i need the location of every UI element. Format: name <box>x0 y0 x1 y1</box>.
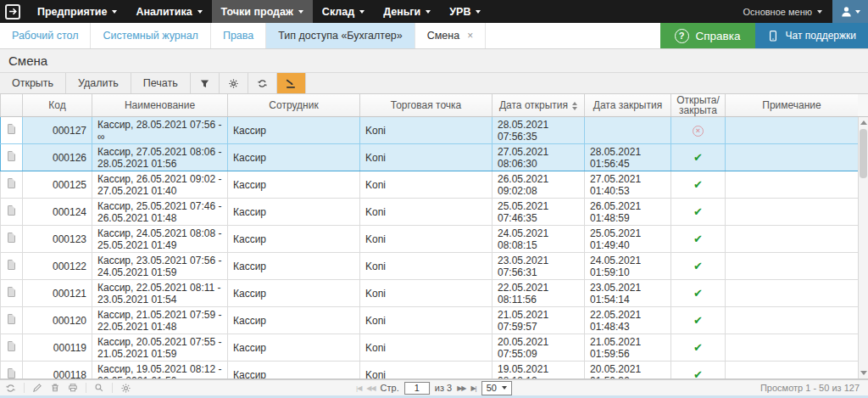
tab[interactable]: Системный журнал <box>91 23 210 48</box>
toolbar-button[interactable]: Печать <box>131 73 191 93</box>
prev-page-icon[interactable] <box>366 384 375 392</box>
support-chat-button[interactable]: Чат поддержки <box>755 23 868 48</box>
opened-line: 08:08:15 <box>498 239 579 251</box>
table-row[interactable]: 000125Кассир, 26.05.2021 09:02 -27.05.20… <box>1 171 859 199</box>
column-header[interactable]: Дата закрытия <box>585 94 671 117</box>
opened-cell: 19.05.202108:12:12 <box>492 362 585 380</box>
document-icon <box>8 260 15 270</box>
status-cell <box>671 253 726 280</box>
shift-closed-check-icon <box>693 178 703 191</box>
toolbar-button[interactable]: Удалить <box>66 73 131 93</box>
page-label: Стр. <box>381 383 399 393</box>
table-row[interactable]: 000126Кассир, 27.05.2021 08:06 -28.05.20… <box>1 144 859 171</box>
next-page-icon[interactable] <box>457 384 465 392</box>
vertical-scrollbar[interactable] <box>858 117 868 378</box>
column-header[interactable]: Открыта/закрыта <box>671 94 726 117</box>
employee-cell: Кассир <box>228 144 360 171</box>
page-total-label: из 3 <box>435 383 452 393</box>
scroll-down-arrow-icon[interactable] <box>860 371 867 375</box>
closed-cell: 27.05.202101:40:53 <box>585 171 671 199</box>
menu-item[interactable]: Склад <box>313 0 374 23</box>
column-header[interactable] <box>1 94 23 117</box>
topbar-right: Основное меню <box>733 0 868 23</box>
refresh-icon <box>257 78 268 89</box>
table-row[interactable]: 000119Кассир, 20.05.2021 07:55 -21.05.20… <box>1 334 859 362</box>
tab-bar: Рабочий столСистемный журналПраваТип дос… <box>0 23 868 49</box>
table-row[interactable]: 000127Кассир, 28.05.2021 07:56 -∞КассирK… <box>1 117 859 144</box>
shift-closed-check-icon <box>693 341 703 354</box>
closed-cell: 22.05.202101:48:43 <box>585 307 671 334</box>
caret-down-icon <box>298 10 303 14</box>
opened-line: 07:56:35 <box>498 131 579 143</box>
name-line: Кассир, 28.05.2021 07:56 - <box>97 119 222 131</box>
outlet-cell: Koni <box>360 253 492 280</box>
column-header-label: Сотрудник <box>269 99 318 111</box>
name-line: Кассир, 24.05.2021 08:08 - <box>97 227 222 239</box>
table-row[interactable]: 000118Кассир, 19.05.2021 08:12 -20.05.20… <box>1 362 859 380</box>
menu-item[interactable]: Деньги <box>374 0 440 23</box>
search-icon[interactable] <box>94 383 104 393</box>
column-header[interactable]: Дата открытия <box>492 94 585 117</box>
title-bar: Смена <box>0 49 868 72</box>
page-size-select[interactable]: 50 <box>481 381 512 395</box>
row-icon-cell <box>1 253 23 280</box>
settings-button[interactable] <box>220 73 248 93</box>
menu-item-label: Склад <box>322 6 354 18</box>
settings-icon[interactable] <box>120 383 131 394</box>
refresh-icon[interactable] <box>5 383 16 394</box>
caret-down-icon <box>359 10 364 14</box>
column-header[interactable]: Код <box>23 94 92 117</box>
filter-button[interactable] <box>191 73 220 93</box>
document-icon <box>8 368 15 378</box>
main-menu-dropdown[interactable]: Основное меню <box>733 7 832 17</box>
print-icon[interactable] <box>68 383 78 393</box>
delete-icon[interactable] <box>50 383 60 393</box>
closed-line: 01:59:10 <box>590 266 665 278</box>
refresh-button[interactable] <box>248 73 277 93</box>
column-header[interactable]: Наименование <box>92 94 228 117</box>
menu-item[interactable]: УРВ <box>440 0 490 23</box>
name-cell: Кассир, 26.05.2021 09:02 -27.05.2021 01:… <box>92 171 228 199</box>
menu-item[interactable]: Точки продаж <box>212 0 313 23</box>
outlet-cell: Koni <box>360 144 492 171</box>
user-menu-button[interactable] <box>832 0 868 23</box>
column-header[interactable]: Торговая точка <box>360 94 492 117</box>
note-cell <box>726 280 859 307</box>
help-button[interactable]: Справка <box>660 23 755 48</box>
name-cell: Кассир, 25.05.2021 07:46 -26.05.2021 01:… <box>92 199 228 226</box>
phone-icon <box>767 30 779 42</box>
table-row[interactable]: 000120Кассир, 21.05.2021 07:59 -22.05.20… <box>1 307 859 334</box>
tab[interactable]: Права <box>211 23 266 48</box>
table-row[interactable]: 000122Кассир, 23.05.2021 07:56 -24.05.20… <box>1 253 859 280</box>
scrollbar-thumb[interactable] <box>860 129 867 178</box>
last-page-icon[interactable] <box>470 384 476 392</box>
closed-line: 01:48:43 <box>590 321 665 333</box>
table-row[interactable]: 000121Кассир, 22.05.2021 08:11 -23.05.20… <box>1 280 859 307</box>
status-cell <box>671 307 726 334</box>
menu-item[interactable]: Предприятие <box>28 0 126 23</box>
scroll-up-arrow-icon[interactable] <box>860 121 867 125</box>
app-logo-icon[interactable] <box>5 4 20 20</box>
opened-line: 26.05.2021 <box>498 173 579 185</box>
table-row[interactable]: 000124Кассир, 25.05.2021 07:46 -26.05.20… <box>1 199 859 226</box>
opened-cell: 23.05.202107:56:31 <box>492 253 585 280</box>
table-row[interactable]: 000123Кассир, 24.05.2021 08:08 -25.05.20… <box>1 226 859 253</box>
first-page-icon[interactable] <box>356 384 361 392</box>
closed-line: 24.05.2021 <box>590 255 665 266</box>
tab[interactable]: Рабочий стол <box>0 23 91 48</box>
opened-line: 07:59:57 <box>498 321 579 333</box>
opened-line: 28.05.2021 <box>498 119 579 131</box>
toolbar-button[interactable]: Открыть <box>0 73 66 93</box>
edit-icon[interactable] <box>32 383 42 393</box>
name-line: 24.05.2021 01:59 <box>97 266 222 278</box>
shift-closed-check-icon <box>693 205 703 218</box>
column-header[interactable]: Сотрудник <box>228 94 360 117</box>
close-icon[interactable] <box>467 31 473 41</box>
page-number-input[interactable] <box>404 382 430 395</box>
column-header[interactable]: Примечание <box>726 94 859 117</box>
chart-button[interactable] <box>277 73 306 93</box>
tab[interactable]: Тип доступа «Бухгалтер» <box>266 23 415 48</box>
tab[interactable]: Смена <box>415 23 486 48</box>
opened-line: 25.05.2021 <box>498 200 579 212</box>
menu-item[interactable]: Аналитика <box>126 0 211 23</box>
